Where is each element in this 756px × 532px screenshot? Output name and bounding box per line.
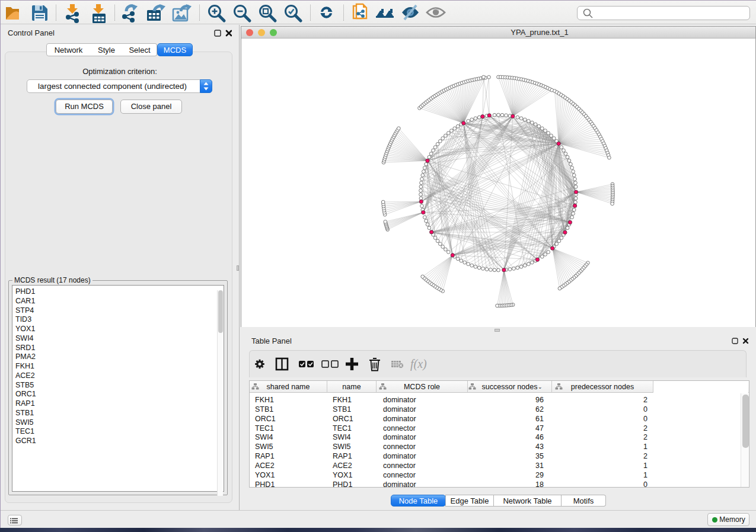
svg-text:f(x): f(x): [410, 357, 427, 371]
